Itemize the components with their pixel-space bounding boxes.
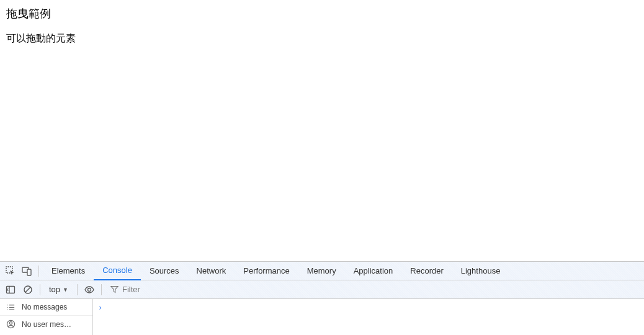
filter-icon: [110, 285, 119, 293]
context-label: top: [49, 285, 60, 294]
filter-input[interactable]: [122, 285, 184, 294]
tab-elements[interactable]: Elements: [43, 262, 94, 280]
sidebar-label: No user mes…: [22, 320, 71, 329]
console-toolbar: top ▼: [0, 280, 644, 299]
svg-point-15: [9, 322, 12, 324]
chevron-down-icon: ▼: [63, 287, 68, 293]
tab-network[interactable]: Network: [188, 262, 235, 280]
svg-rect-3: [7, 286, 15, 293]
tab-memory[interactable]: Memory: [298, 262, 345, 280]
devtools-panel: Elements Console Sources Network Perform…: [0, 261, 644, 335]
separator: [101, 284, 102, 295]
svg-line-6: [25, 287, 30, 292]
user-icon: [6, 319, 16, 329]
filter-container: [105, 285, 644, 294]
sidebar-label: No messages: [22, 303, 67, 311]
tab-application[interactable]: Application: [345, 262, 402, 280]
page-content: 拖曳範例 可以拖動的元素: [0, 0, 644, 261]
clear-console-icon[interactable]: [20, 281, 36, 298]
separator: [40, 284, 40, 295]
console-prompt: ›: [98, 303, 102, 312]
tab-console[interactable]: Console: [94, 262, 141, 280]
console-output[interactable]: ›: [93, 299, 644, 335]
toggle-sidebar-icon[interactable]: [2, 281, 19, 298]
svg-rect-2: [27, 269, 31, 275]
sidebar-item-no-user-messages[interactable]: No user mes…: [0, 316, 92, 333]
separator: [38, 266, 39, 277]
device-toolbar-icon[interactable]: [19, 262, 35, 280]
sidebar-item-no-messages[interactable]: No messages: [0, 299, 92, 316]
list-icon: [6, 303, 16, 312]
svg-point-7: [88, 288, 91, 291]
tab-recorder[interactable]: Recorder: [401, 262, 452, 280]
tab-lighthouse[interactable]: Lighthouse: [452, 262, 509, 280]
inspect-element-icon[interactable]: [2, 262, 19, 280]
eye-icon[interactable]: [81, 281, 97, 298]
draggable-element[interactable]: 可以拖動的元素: [6, 32, 638, 45]
tab-sources[interactable]: Sources: [141, 262, 188, 280]
context-selector[interactable]: top ▼: [44, 285, 73, 294]
page-heading: 拖曳範例: [6, 6, 638, 21]
separator: [77, 284, 78, 295]
tab-performance[interactable]: Performance: [235, 262, 298, 280]
console-body: No messages No user mes… ›: [0, 299, 644, 335]
console-sidebar: No messages No user mes…: [0, 299, 93, 335]
devtools-tab-bar: Elements Console Sources Network Perform…: [0, 262, 644, 280]
